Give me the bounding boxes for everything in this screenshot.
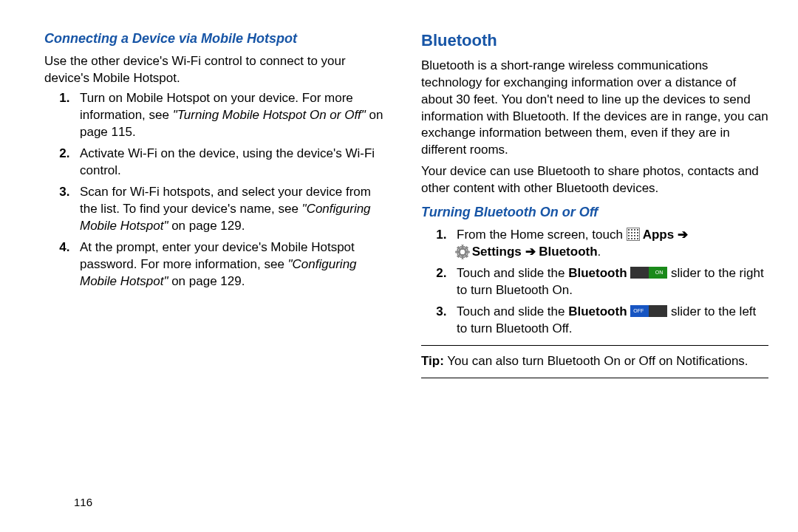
- bluetooth-description-1: Bluetooth is a short-range wireless comm…: [421, 58, 768, 160]
- apps-icon: [627, 228, 640, 241]
- right-column: Bluetooth Bluetooth is a short-range wir…: [421, 30, 768, 386]
- tip-line: Tip: You can also turn Bluetooth On or O…: [421, 353, 768, 370]
- step4-text-b: on page 129.: [168, 274, 245, 288]
- step-2: Activate Wi-Fi on the device, using the …: [77, 146, 392, 180]
- bt-step2-a: Touch and slide the: [457, 266, 568, 280]
- hotspot-steps: Turn on Mobile Hotspot on your device. F…: [44, 90, 392, 290]
- tip-label: Tip:: [421, 354, 444, 368]
- settings-icon: [457, 246, 468, 258]
- bluetooth-label: Bluetooth: [536, 245, 598, 259]
- heading-turning-bluetooth: Turning Bluetooth On or Off: [421, 203, 768, 221]
- bluetooth-description-2: Your device can use Bluetooth to share p…: [421, 163, 768, 197]
- settings-label: Settings: [472, 245, 525, 259]
- bt-step3-a: Touch and slide the: [457, 304, 568, 318]
- tip-text: You can also turn Bluetooth On or Off on…: [444, 354, 748, 368]
- apps-label: Apps: [640, 228, 678, 242]
- step1-reference: "Turning Mobile Hotspot On or Off": [173, 108, 366, 122]
- toggle-on-icon: [630, 267, 667, 279]
- step-3: Scan for Wi-Fi hotspots, and select your…: [77, 184, 392, 235]
- left-column: Connecting a Device via Mobile Hotspot U…: [44, 30, 392, 386]
- divider: [421, 378, 768, 378]
- intro-text: Use the other device's Wi-Fi control to …: [44, 53, 392, 87]
- bluetooth-word: Bluetooth: [568, 304, 627, 318]
- period: .: [598, 245, 601, 259]
- bt-step1-a: From the Home screen, touch: [457, 228, 627, 242]
- manual-page: Connecting a Device via Mobile Hotspot U…: [0, 0, 798, 386]
- page-number: 116: [74, 495, 92, 510]
- arrow-icon: ➔: [678, 228, 688, 242]
- divider: [421, 345, 768, 346]
- bt-step-2: Touch and slide the Bluetooth slider to …: [454, 265, 768, 299]
- heading-connecting-device: Connecting a Device via Mobile Hotspot: [44, 30, 392, 47]
- step-4: At the prompt, enter your device's Mobil…: [77, 239, 392, 290]
- bt-step-3: Touch and slide the Bluetooth slider to …: [454, 304, 768, 338]
- step3-text-b: on page 129.: [168, 219, 245, 233]
- arrow-icon: ➔: [525, 245, 536, 259]
- bluetooth-steps: From the Home screen, touch Apps ➔ Setti…: [421, 227, 768, 338]
- bt-step-1: From the Home screen, touch Apps ➔ Setti…: [454, 227, 768, 261]
- step-1: Turn on Mobile Hotspot on your device. F…: [77, 90, 392, 141]
- heading-bluetooth: Bluetooth: [421, 30, 768, 52]
- toggle-off-icon: [630, 305, 667, 317]
- bluetooth-word: Bluetooth: [568, 266, 627, 280]
